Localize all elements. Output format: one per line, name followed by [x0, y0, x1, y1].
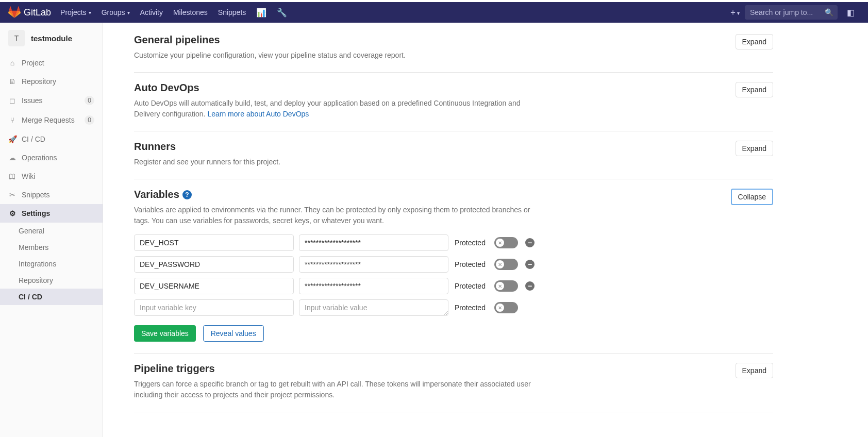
gear-icon: ⚙ [8, 209, 16, 217]
main-content: General pipelines Customize your pipelin… [103, 14, 804, 433]
sidebar-label: Operations [22, 154, 57, 162]
variable-row: Protected ✕ − [134, 256, 773, 273]
sidebar-sub: General Members Integrations Repository … [0, 223, 103, 305]
search-icon: 🔍 [825, 8, 833, 16]
variable-value-input[interactable] [299, 299, 448, 316]
sidebar-label: Project [22, 59, 44, 67]
sidebar-item-wiki[interactable]: 🕮Wiki [0, 167, 103, 186]
desc-text: Auto DevOps will automatically build, te… [134, 99, 520, 118]
save-variables-button[interactable]: Save variables [134, 325, 196, 342]
book-icon: 🕮 [8, 172, 16, 180]
gitlab-logo-icon [8, 6, 21, 19]
variables-buttons: Save variables Reveal values [134, 325, 773, 342]
sidebar-item-merge-requests[interactable]: ⑂Merge Requests0 [0, 110, 103, 130]
remove-variable-button[interactable]: − [525, 238, 535, 247]
chevron-down-icon: ▾ [127, 10, 130, 15]
protected-label: Protected [455, 282, 488, 290]
section-desc: Register and see your runners for this p… [134, 157, 280, 167]
sidebar-item-project[interactable]: ⌂Project [0, 54, 103, 72]
sidebar-label: Wiki [22, 172, 35, 180]
sidebar-label: Settings [22, 209, 50, 217]
sidebar-toggle-icon[interactable]: ◧ [842, 8, 860, 18]
cloud-icon: ☁ [8, 154, 16, 162]
file-icon: 🗎 [8, 77, 16, 86]
section-title: Pipeline triggers [134, 363, 546, 375]
brand[interactable]: GitLab [8, 6, 51, 19]
plus-icon[interactable]: ＋▾ [724, 7, 745, 18]
nav-projects[interactable]: Projects▾ [55, 2, 96, 23]
nav-activity[interactable]: Activity [135, 2, 168, 23]
variable-key-input[interactable] [134, 256, 294, 273]
sidebar-item-issues[interactable]: ◻Issues0 [0, 91, 103, 110]
sub-repository[interactable]: Repository [0, 272, 103, 289]
sidebar-item-cicd[interactable]: 🚀CI / CD [0, 130, 103, 148]
expand-button[interactable]: Expand [736, 82, 773, 97]
search-input[interactable] [745, 5, 838, 20]
section-desc: Customize your pipeline configuration, v… [134, 50, 406, 61]
help-icon[interactable]: ? [182, 190, 192, 199]
sub-cicd[interactable]: CI / CD [0, 289, 103, 305]
section-variables: Variables? Variables are applied to envi… [134, 179, 773, 354]
sidebar-label: Issues [22, 96, 42, 105]
section-desc: Auto DevOps will automatically build, te… [134, 98, 546, 120]
variable-value-input[interactable] [299, 256, 448, 273]
section-runners: Runners Register and see your runners fo… [134, 131, 773, 179]
protected-toggle[interactable]: ✕ [494, 302, 518, 313]
sidebar-item-settings[interactable]: ⚙Settings [0, 204, 103, 223]
remove-variable-button[interactable]: − [525, 260, 535, 269]
sidebar-label: Merge Requests [22, 116, 75, 124]
sub-general[interactable]: General [0, 223, 103, 239]
expand-button[interactable]: Expand [736, 141, 773, 156]
remove-variable-button[interactable]: − [525, 281, 535, 291]
issues-icon: ◻ [8, 96, 16, 105]
nav-groups[interactable]: Groups▾ [96, 2, 135, 23]
section-desc: Triggers can force a specific branch or … [134, 379, 546, 400]
nav-milestones[interactable]: Milestones [168, 2, 213, 23]
variable-key-input[interactable] [134, 278, 294, 294]
toggle-knob: ✕ [496, 282, 504, 290]
sidebar-item-operations[interactable]: ☁Operations [0, 148, 103, 167]
protected-toggle[interactable]: ✕ [494, 280, 518, 292]
collapse-button[interactable]: Collapse [731, 189, 773, 205]
wrench-icon[interactable]: 🔧 [272, 8, 292, 18]
home-icon: ⌂ [8, 59, 16, 67]
section-title: General pipelines [134, 34, 406, 46]
rocket-icon: 🚀 [8, 135, 16, 143]
section-auto-devops: Auto DevOps Auto DevOps will automatical… [134, 73, 773, 131]
expand-button[interactable]: Expand [736, 363, 773, 378]
sidebar-item-repository[interactable]: 🗎Repository [0, 72, 103, 91]
section-title: Runners [134, 141, 280, 153]
project-header[interactable]: T testmodule [0, 23, 103, 54]
toggle-knob: ✕ [496, 239, 504, 247]
variable-key-input[interactable] [134, 299, 294, 316]
sub-integrations[interactable]: Integrations [0, 256, 103, 272]
chevron-down-icon: ▾ [89, 10, 91, 15]
learn-more-link[interactable]: Learn more about Auto DevOps [207, 110, 309, 118]
section-title: Variables? [134, 189, 546, 200]
sidebar-item-snippets[interactable]: ✂Snippets [0, 186, 103, 204]
variables-list: Protected ✕ − Protected ✕ − Protected ✕ … [134, 234, 773, 316]
nav-snippets[interactable]: Snippets [213, 2, 251, 23]
nav-snippets-label: Snippets [218, 8, 246, 16]
protected-toggle[interactable]: ✕ [494, 259, 518, 270]
chart-icon[interactable]: 📊 [251, 8, 272, 18]
protected-label: Protected [455, 260, 488, 268]
nav-milestones-label: Milestones [173, 8, 208, 16]
variable-value-input[interactable] [299, 234, 448, 251]
variable-key-input[interactable] [134, 234, 294, 251]
nav-activity-label: Activity [140, 8, 163, 16]
title-text: Variables [134, 189, 179, 200]
reveal-values-button[interactable]: Reveal values [203, 325, 264, 342]
sidebar-label: Repository [22, 77, 56, 86]
nav-projects-label: Projects [60, 8, 87, 16]
sub-members[interactable]: Members [0, 239, 103, 256]
variable-row: Protected ✕ − [134, 234, 773, 251]
brand-text: GitLab [24, 7, 51, 18]
section-desc: Variables are applied to environments vi… [134, 205, 546, 226]
protected-toggle[interactable]: ✕ [494, 237, 518, 248]
project-avatar: T [8, 30, 25, 46]
variable-value-input[interactable] [299, 278, 448, 294]
scissors-icon: ✂ [8, 191, 16, 199]
navbar-menu: Projects▾ Groups▾ Activity Milestones Sn… [55, 2, 292, 23]
expand-button[interactable]: Expand [736, 34, 773, 49]
